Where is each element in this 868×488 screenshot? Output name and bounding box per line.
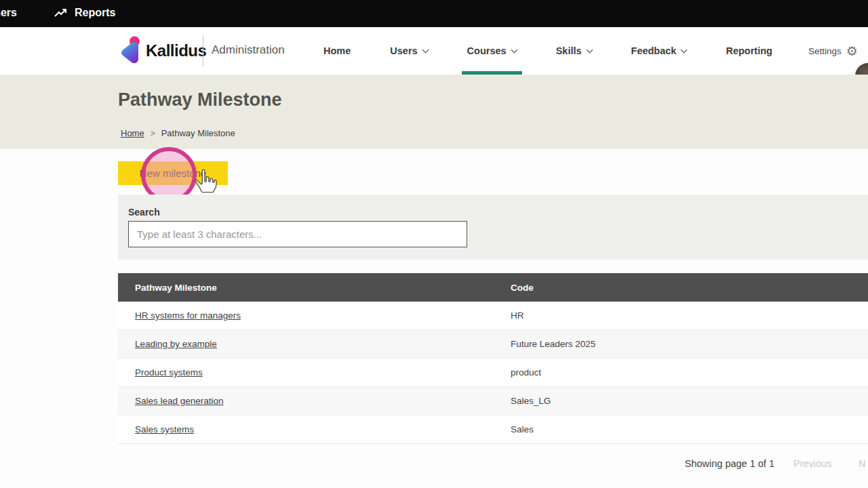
app-header: Kallidus Administration Home Users Cours…	[0, 27, 868, 75]
page-status: Showing page 1 of 1	[685, 458, 774, 469]
screen: sers Reports Kallidus Administration	[0, 0, 868, 488]
milestone-link[interactable]: Leading by example	[135, 339, 217, 349]
settings-button[interactable]: Settings ⚙	[808, 27, 858, 75]
main-nav: Home Users Courses Skills Feedback Repor…	[317, 27, 779, 75]
page-title: Pathway Milestone	[118, 89, 282, 110]
page-heading-band: Pathway Milestone Home > Pathway Milesto…	[0, 75, 868, 149]
nav-home[interactable]: Home	[317, 27, 357, 75]
milestone-link[interactable]: Sales systems	[135, 424, 194, 434]
header-divider	[203, 35, 203, 66]
nav-users[interactable]: Users	[383, 27, 434, 75]
column-header-pathway-milestone[interactable]: Pathway Milestone	[118, 283, 511, 293]
milestone-link[interactable]: Product systems	[135, 367, 203, 378]
search-panel: Search	[118, 195, 868, 260]
table-body: HR systems for managers HR Leading by ex…	[118, 302, 868, 444]
new-milestone-button[interactable]: New milestone	[118, 161, 228, 185]
table-header-row: Pathway Milestone Code	[118, 273, 868, 302]
breadcrumb: Home > Pathway Milestone	[121, 128, 235, 138]
brand-name: Kallidus	[146, 41, 206, 60]
previous-page-button[interactable]: Previous	[793, 458, 831, 469]
kallidus-logo-icon	[119, 35, 142, 66]
gear-icon: ⚙	[846, 45, 858, 58]
chevron-down-icon	[586, 46, 593, 53]
code-cell: Future Leaders 2025	[511, 339, 868, 349]
chevron-down-icon	[511, 46, 517, 53]
nav-skills[interactable]: Skills	[549, 27, 599, 75]
trending-up-icon	[54, 8, 68, 19]
kallidus-logo[interactable]: Kallidus	[119, 35, 206, 66]
next-page-button[interactable]: N	[859, 458, 865, 469]
code-cell: product	[511, 367, 868, 378]
code-cell: Sales	[511, 424, 868, 434]
column-header-code[interactable]: Code	[511, 283, 868, 293]
chevron-down-icon	[422, 46, 429, 53]
table-row: Sales lead generation Sales_LG	[118, 387, 868, 415]
table-row: Product systems product	[118, 359, 868, 387]
milestone-link[interactable]: Sales lead generation	[135, 396, 224, 406]
nav-feedback[interactable]: Feedback	[625, 27, 694, 75]
chevron-down-icon	[681, 46, 688, 53]
search-input[interactable]	[128, 221, 467, 247]
top-taskbar: sers Reports	[0, 0, 868, 27]
breadcrumb-home-link[interactable]: Home	[121, 128, 144, 138]
milestones-table: Pathway Milestone Code HR systems for ma…	[118, 273, 868, 444]
taskbar-item-reports[interactable]: Reports	[75, 7, 115, 19]
milestone-link[interactable]: HR systems for managers	[135, 310, 241, 321]
nav-courses[interactable]: Courses	[460, 27, 524, 75]
table-row: Leading by example Future Leaders 2025	[118, 330, 868, 359]
breadcrumb-separator: >	[151, 129, 155, 138]
app-title: Administration	[212, 43, 285, 57]
settings-label: Settings	[808, 46, 842, 56]
table-row: HR systems for managers HR	[118, 302, 868, 330]
search-label: Search	[128, 207, 160, 218]
nav-reporting[interactable]: Reporting	[719, 27, 778, 75]
pagination: Showing page 1 of 1 Previous N	[0, 454, 868, 474]
code-cell: Sales_LG	[511, 396, 868, 406]
taskbar-item-users[interactable]: sers	[0, 7, 17, 19]
code-cell: HR	[511, 310, 868, 321]
breadcrumb-current: Pathway Milestone	[161, 128, 235, 138]
table-row: Sales systems Sales	[118, 415, 868, 444]
